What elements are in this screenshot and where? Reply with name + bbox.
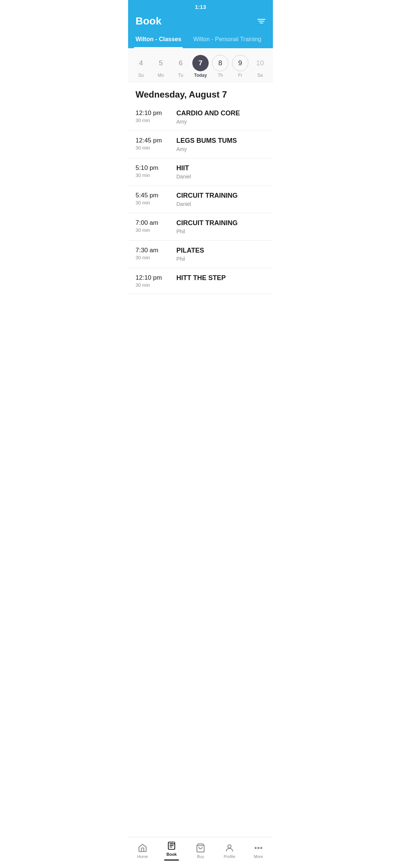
class-item-3[interactable]: 5:45 pm 30 min CIRCUIT TRAINING Daniel [128, 186, 273, 213]
date-heading: Wednesday, August 7 [128, 82, 273, 103]
class-info-3: CIRCUIT TRAINING Daniel [176, 192, 265, 207]
class-time-0: 12:10 pm 30 min [136, 109, 176, 123]
class-info-2: HIIT Daniel [176, 164, 265, 180]
day-item-6[interactable]: 6 Tu [172, 55, 190, 78]
day-label-th: Th [218, 73, 223, 78]
day-number-8: 8 [212, 55, 228, 71]
day-item-5[interactable]: 5 Mo [152, 55, 170, 78]
class-list: 12:10 pm 30 min CARDIO AND CORE Amy 12:4… [128, 103, 273, 331]
class-time-1: 12:45 pm 30 min [136, 137, 176, 151]
day-number-7: 7 [192, 55, 209, 71]
day-item-7-today[interactable]: 7 Today [192, 55, 209, 78]
day-label-su: Su [138, 73, 144, 78]
tab-personal-training[interactable]: Wilton - Personal Training [192, 32, 263, 48]
day-item-9[interactable]: 9 Fr [231, 55, 249, 78]
class-item-0[interactable]: 12:10 pm 30 min CARDIO AND CORE Amy [128, 103, 273, 131]
day-item-4[interactable]: 4 Su [132, 55, 150, 78]
class-item-1[interactable]: 12:45 pm 30 min LEGS BUMS TUMS Amy [128, 131, 273, 158]
day-number-10: 10 [252, 55, 268, 71]
filter-button[interactable] [257, 19, 265, 23]
day-selector: 4 Su 5 Mo 6 Tu 7 Today 8 Th 9 Fr 10 [128, 48, 273, 82]
page-title: Book [136, 15, 162, 27]
day-label-fr: Fr [238, 73, 242, 78]
class-time-6: 12:10 pm 30 min [136, 274, 176, 288]
day-label-tu: Tu [178, 73, 183, 78]
day-item-8[interactable]: 8 Th [211, 55, 229, 78]
class-item-5[interactable]: 7:30 am 30 min PILATES Phil [128, 241, 273, 268]
filter-line-3 [260, 23, 263, 23]
class-info-6: HITT THE STEP [176, 274, 265, 283]
day-number-5: 5 [153, 55, 169, 71]
status-time: 1:13 [195, 4, 206, 10]
filter-line-2 [258, 21, 264, 22]
status-bar: 1:13 [128, 0, 273, 12]
day-label-mo: Mo [158, 73, 164, 78]
class-info-1: LEGS BUMS TUMS Amy [176, 137, 265, 152]
class-info-5: PILATES Phil [176, 247, 265, 262]
tab-classes[interactable]: Wilton - Classes [134, 32, 183, 48]
class-item-4[interactable]: 7:00 am 30 min CIRCUIT TRAINING Phil [128, 213, 273, 241]
class-item-6[interactable]: 12:10 pm 30 min HITT THE STEP [128, 268, 273, 294]
tab-navigation: Wilton - Classes Wilton - Personal Train… [128, 32, 273, 48]
day-label-sa: Sa [257, 73, 263, 78]
day-number-9: 9 [232, 55, 248, 71]
header: Book [128, 12, 273, 32]
class-time-2: 5:10 pm 30 min [136, 164, 176, 178]
day-number-6: 6 [173, 55, 189, 71]
day-label-today: Today [194, 73, 207, 78]
class-info-4: CIRCUIT TRAINING Phil [176, 219, 265, 234]
day-number-4: 4 [133, 55, 149, 71]
class-time-3: 5:45 pm 30 min [136, 192, 176, 206]
filter-line-1 [257, 19, 265, 20]
class-time-4: 7:00 am 30 min [136, 219, 176, 233]
class-time-5: 7:30 am 30 min [136, 247, 176, 260]
class-info-0: CARDIO AND CORE Amy [176, 109, 265, 125]
class-item-2[interactable]: 5:10 pm 30 min HIIT Daniel [128, 158, 273, 186]
day-item-10[interactable]: 10 Sa [251, 55, 269, 78]
